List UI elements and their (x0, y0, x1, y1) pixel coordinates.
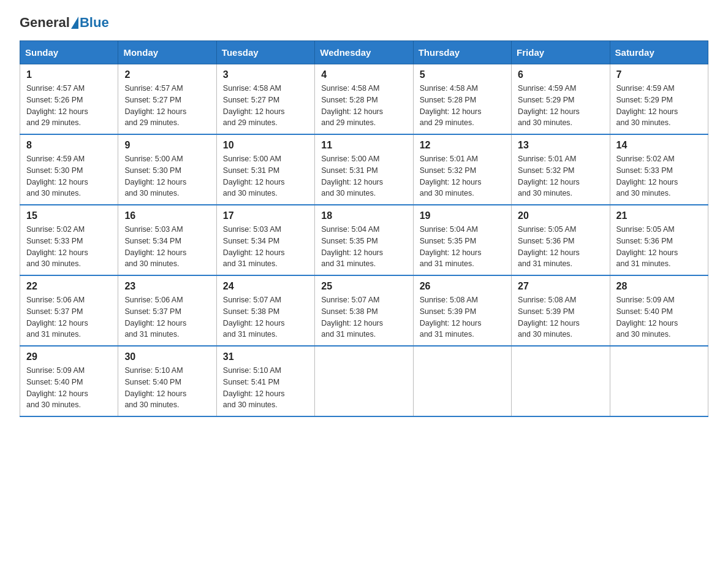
day-info: Sunrise: 4:59 AMSunset: 5:29 PMDaylight:… (616, 83, 702, 129)
col-header-tuesday: Tuesday (216, 41, 314, 64)
calendar-cell: 10Sunrise: 5:00 AMSunset: 5:31 PMDayligh… (216, 134, 314, 205)
day-info: Sunrise: 5:10 AMSunset: 5:40 PMDaylight:… (124, 365, 210, 411)
calendar-cell: 11Sunrise: 5:00 AMSunset: 5:31 PMDayligh… (315, 134, 413, 205)
day-info: Sunrise: 5:02 AMSunset: 5:33 PMDaylight:… (26, 224, 112, 270)
day-number: 20 (518, 210, 603, 221)
day-info: Sunrise: 5:03 AMSunset: 5:34 PMDaylight:… (223, 224, 308, 270)
day-number: 4 (321, 69, 406, 80)
col-header-saturday: Saturday (610, 41, 708, 64)
calendar-cell: 20Sunrise: 5:05 AMSunset: 5:36 PMDayligh… (512, 205, 610, 275)
calendar-cell (512, 346, 610, 416)
calendar-cell (315, 346, 413, 416)
day-number: 26 (420, 281, 505, 292)
day-info: Sunrise: 4:57 AMSunset: 5:26 PMDaylight:… (26, 83, 112, 129)
day-info: Sunrise: 5:05 AMSunset: 5:36 PMDaylight:… (518, 224, 603, 270)
day-info: Sunrise: 5:07 AMSunset: 5:38 PMDaylight:… (223, 294, 308, 340)
calendar-cell: 24Sunrise: 5:07 AMSunset: 5:38 PMDayligh… (216, 275, 314, 346)
calendar-cell: 19Sunrise: 5:04 AMSunset: 5:35 PMDayligh… (413, 205, 511, 275)
calendar-cell: 15Sunrise: 5:02 AMSunset: 5:33 PMDayligh… (20, 205, 118, 275)
day-number: 27 (518, 281, 603, 292)
day-info: Sunrise: 5:00 AMSunset: 5:30 PMDaylight:… (124, 153, 210, 199)
calendar-week-row: 15Sunrise: 5:02 AMSunset: 5:33 PMDayligh… (20, 205, 708, 275)
day-number: 3 (223, 69, 308, 80)
day-number: 5 (420, 69, 505, 80)
calendar-cell: 23Sunrise: 5:06 AMSunset: 5:37 PMDayligh… (118, 275, 216, 346)
day-number: 28 (616, 281, 702, 292)
calendar-cell: 18Sunrise: 5:04 AMSunset: 5:35 PMDayligh… (315, 205, 413, 275)
calendar-week-row: 8Sunrise: 4:59 AMSunset: 5:30 PMDaylight… (20, 134, 708, 205)
day-number: 1 (26, 69, 112, 80)
logo: General Blue (20, 15, 109, 31)
day-info: Sunrise: 5:07 AMSunset: 5:38 PMDaylight:… (321, 294, 406, 340)
calendar-cell (610, 346, 708, 416)
day-number: 7 (616, 69, 702, 80)
calendar-cell: 28Sunrise: 5:09 AMSunset: 5:40 PMDayligh… (610, 275, 708, 346)
col-header-wednesday: Wednesday (315, 41, 413, 64)
day-info: Sunrise: 4:57 AMSunset: 5:27 PMDaylight:… (124, 83, 210, 129)
day-info: Sunrise: 5:01 AMSunset: 5:32 PMDaylight:… (420, 153, 505, 199)
day-number: 22 (26, 281, 112, 292)
col-header-friday: Friday (512, 41, 610, 64)
calendar-cell: 16Sunrise: 5:03 AMSunset: 5:34 PMDayligh… (118, 205, 216, 275)
day-info: Sunrise: 4:58 AMSunset: 5:28 PMDaylight:… (321, 83, 406, 129)
calendar-cell: 7Sunrise: 4:59 AMSunset: 5:29 PMDaylight… (610, 64, 708, 135)
day-number: 21 (616, 210, 702, 221)
calendar-cell: 1Sunrise: 4:57 AMSunset: 5:26 PMDaylight… (20, 64, 118, 135)
calendar-cell: 3Sunrise: 4:58 AMSunset: 5:27 PMDaylight… (216, 64, 314, 135)
calendar-cell: 9Sunrise: 5:00 AMSunset: 5:30 PMDaylight… (118, 134, 216, 205)
day-number: 15 (26, 210, 112, 221)
day-number: 8 (26, 140, 112, 151)
day-number: 30 (124, 351, 210, 362)
day-number: 10 (223, 140, 308, 151)
day-info: Sunrise: 5:00 AMSunset: 5:31 PMDaylight:… (321, 153, 406, 199)
day-number: 17 (223, 210, 308, 221)
day-info: Sunrise: 4:58 AMSunset: 5:27 PMDaylight:… (223, 83, 308, 129)
day-number: 18 (321, 210, 406, 221)
day-number: 16 (124, 210, 210, 221)
calendar-cell: 14Sunrise: 5:02 AMSunset: 5:33 PMDayligh… (610, 134, 708, 205)
calendar-cell: 30Sunrise: 5:10 AMSunset: 5:40 PMDayligh… (118, 346, 216, 416)
day-info: Sunrise: 5:03 AMSunset: 5:34 PMDaylight:… (124, 224, 210, 270)
day-info: Sunrise: 5:06 AMSunset: 5:37 PMDaylight:… (124, 294, 210, 340)
day-number: 29 (26, 351, 112, 362)
calendar-cell (413, 346, 511, 416)
calendar-cell: 21Sunrise: 5:05 AMSunset: 5:36 PMDayligh… (610, 205, 708, 275)
calendar-cell: 22Sunrise: 5:06 AMSunset: 5:37 PMDayligh… (20, 275, 118, 346)
calendar-header-row: SundayMondayTuesdayWednesdayThursdayFrid… (20, 41, 708, 64)
day-info: Sunrise: 5:06 AMSunset: 5:37 PMDaylight:… (26, 294, 112, 340)
page-header: General Blue (20, 15, 708, 31)
day-number: 9 (124, 140, 210, 151)
day-number: 23 (124, 281, 210, 292)
calendar-week-row: 29Sunrise: 5:09 AMSunset: 5:40 PMDayligh… (20, 346, 708, 416)
calendar-cell: 5Sunrise: 4:58 AMSunset: 5:28 PMDaylight… (413, 64, 511, 135)
day-info: Sunrise: 5:10 AMSunset: 5:41 PMDaylight:… (223, 365, 308, 411)
day-info: Sunrise: 4:59 AMSunset: 5:29 PMDaylight:… (518, 83, 603, 129)
col-header-thursday: Thursday (413, 41, 511, 64)
calendar-week-row: 22Sunrise: 5:06 AMSunset: 5:37 PMDayligh… (20, 275, 708, 346)
calendar-cell: 27Sunrise: 5:08 AMSunset: 5:39 PMDayligh… (512, 275, 610, 346)
day-number: 25 (321, 281, 406, 292)
logo-triangle-icon (71, 17, 78, 29)
day-number: 24 (223, 281, 308, 292)
day-number: 19 (420, 210, 505, 221)
calendar-cell: 26Sunrise: 5:08 AMSunset: 5:39 PMDayligh… (413, 275, 511, 346)
day-number: 6 (518, 69, 603, 80)
day-info: Sunrise: 5:09 AMSunset: 5:40 PMDaylight:… (616, 294, 702, 340)
day-info: Sunrise: 5:04 AMSunset: 5:35 PMDaylight:… (321, 224, 406, 270)
calendar-table: SundayMondayTuesdayWednesdayThursdayFrid… (20, 40, 708, 417)
col-header-sunday: Sunday (20, 41, 118, 64)
day-number: 11 (321, 140, 406, 151)
logo-blue-text: Blue (80, 15, 109, 31)
calendar-cell: 8Sunrise: 4:59 AMSunset: 5:30 PMDaylight… (20, 134, 118, 205)
calendar-cell: 12Sunrise: 5:01 AMSunset: 5:32 PMDayligh… (413, 134, 511, 205)
day-info: Sunrise: 4:58 AMSunset: 5:28 PMDaylight:… (420, 83, 505, 129)
day-info: Sunrise: 5:00 AMSunset: 5:31 PMDaylight:… (223, 153, 308, 199)
day-number: 13 (518, 140, 603, 151)
day-info: Sunrise: 5:09 AMSunset: 5:40 PMDaylight:… (26, 365, 112, 411)
logo-general-text: General (20, 15, 70, 31)
calendar-cell: 4Sunrise: 4:58 AMSunset: 5:28 PMDaylight… (315, 64, 413, 135)
calendar-cell: 2Sunrise: 4:57 AMSunset: 5:27 PMDaylight… (118, 64, 216, 135)
day-info: Sunrise: 5:04 AMSunset: 5:35 PMDaylight:… (420, 224, 505, 270)
day-info: Sunrise: 5:05 AMSunset: 5:36 PMDaylight:… (616, 224, 702, 270)
day-info: Sunrise: 5:02 AMSunset: 5:33 PMDaylight:… (616, 153, 702, 199)
